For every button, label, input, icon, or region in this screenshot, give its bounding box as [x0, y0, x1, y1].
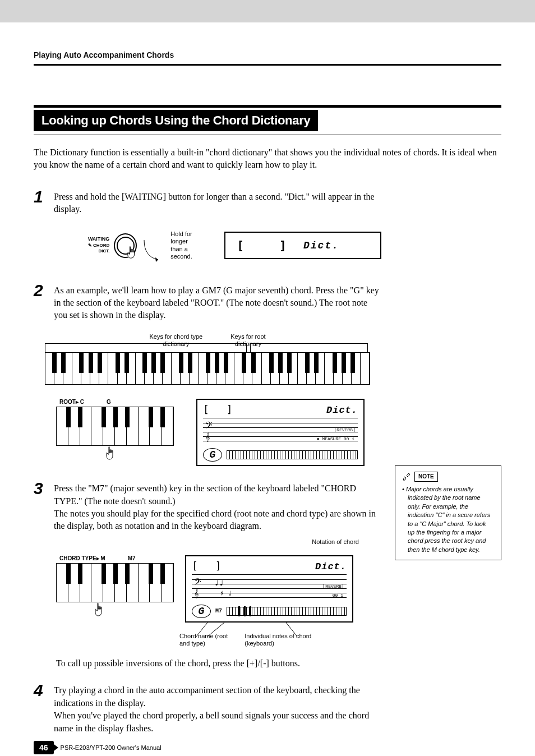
mini-keyboard: [227, 450, 358, 459]
header-rule: [34, 64, 501, 66]
note-text: Major chords are usually indicated by th…: [408, 485, 494, 554]
step-3: 3 Press the "M7" (major seventh) key in …: [34, 480, 381, 533]
step-number: 4: [34, 682, 46, 699]
section-header: Playing Auto Accompaniment Chords: [34, 50, 501, 59]
step-number: 1: [34, 188, 46, 205]
arrow-curve-icon: [141, 237, 162, 265]
chord-type-keyboard: CHORD TYPE▸ M M7: [56, 555, 174, 621]
lcd-title: Dict.: [326, 405, 358, 416]
note-icon: ♯ ♩: [220, 589, 232, 598]
mini-keyboard: [227, 607, 347, 616]
full-keyboard-diagram: [45, 352, 370, 385]
measure-label: ● MEASURE 00 1: [317, 436, 354, 441]
page-footer: 46 PSR-E203/YPT-200 Owner's Manual: [34, 741, 162, 754]
step-2-full-keyboard: Keys for chord type dictionary Keys for …: [34, 333, 381, 385]
step-1: 1 Press and hold the [WAITING] button fo…: [34, 188, 381, 216]
callout-lines: [185, 623, 353, 639]
display-dict: [ ] Dict.: [224, 232, 381, 259]
treble-clef-icon: 𝄞: [194, 589, 199, 598]
lcd-staff: 𝄢 𝄞 ♩♩ ♯ ♩ REVERB 00 1: [192, 574, 347, 602]
intro-paragraph: The Dictionary function is essentially a…: [34, 146, 501, 172]
lcd-title: Dict.: [315, 561, 347, 572]
note-label: NOTE: [414, 472, 438, 482]
waiting-label: WAITING: [79, 236, 109, 243]
lcd-chord-name: G: [210, 449, 216, 460]
step-2-text: As an example, we'll learn how to play a…: [54, 282, 381, 322]
bass-clef-icon: 𝄢: [194, 577, 201, 590]
note-icon: ♩♩: [214, 578, 224, 588]
root-label: ROOT▸ C: [59, 399, 84, 405]
step-3-text: Press the "M7" (major seventh) key in th…: [54, 480, 381, 533]
page-container: Playing Auto Accompaniment Chords Lookin…: [0, 22, 535, 756]
piano-keys: [45, 352, 370, 385]
step-number: 3: [34, 480, 46, 497]
bracket-left: [45, 343, 247, 352]
main-heading-wrap: Looking up Chords Using the Chord Dictio…: [34, 105, 501, 135]
lcd-brackets-icon: [ ]: [192, 560, 227, 571]
note-box: NOTE Major chords are usually indicated …: [395, 465, 501, 560]
inversion-instruction: To call up possible inversions of the ch…: [56, 657, 381, 670]
lcd-display-step3: [ ] Dict. 𝄢 𝄞 ♩♩ ♯ ♩ REVERB 00 1 G: [185, 555, 353, 623]
chord-type-key: M7: [128, 555, 136, 561]
reverb-label: REVERB: [335, 427, 354, 432]
round-button-icon: [114, 233, 136, 258]
finger-press-icon: [101, 446, 123, 463]
lcd-chord-root: G: [199, 606, 205, 617]
chord-type-piano-keys: [56, 563, 174, 602]
step-2-detail: ROOT▸ C G [ ] Dict. 𝄢 𝄞 REVERB ● MEASURE: [56, 399, 381, 466]
chord-type-label: CHORD TYPE▸ M: [59, 555, 105, 561]
lcd-chord-suffix: M7: [215, 608, 222, 614]
root-piano-keys: [56, 407, 174, 446]
finger-press-icon: [124, 246, 140, 261]
step-2: 2 As an example, we'll learn how to play…: [34, 282, 381, 322]
lcd-brackets-icon: [ ]: [203, 403, 238, 415]
hand-write-icon: [402, 472, 411, 481]
root-keyboard-diagram: ROOT▸ C G: [56, 399, 174, 465]
bass-clef-icon: 𝄢: [205, 421, 213, 434]
lcd-staff: 𝄢 𝄞 REVERB ● MEASURE 00 1: [203, 418, 358, 446]
main-heading: Looking up Chords Using the Chord Dictio…: [34, 110, 318, 131]
lcd-display-step2: [ ] Dict. 𝄢 𝄞 REVERB ● MEASURE 00 1 G: [196, 399, 365, 466]
step-1-figure: WAITING ✎ CHORD DICT. Hold for longer th…: [79, 226, 381, 265]
svg-line-2: [286, 623, 297, 637]
root-key-g: G: [107, 399, 111, 405]
step-number: 2: [34, 282, 46, 299]
waiting-button-diagram: WAITING ✎ CHORD DICT. Hold for longer th…: [79, 226, 207, 265]
notation-caption: Notation of chord: [34, 538, 359, 545]
waiting-button-labels: WAITING ✎ CHORD DICT.: [79, 236, 109, 254]
reverb-label: REVERB: [324, 584, 343, 589]
svg-line-1: [207, 623, 224, 637]
measure-label: 00 1: [333, 593, 343, 598]
svg-line-0: [196, 623, 207, 637]
step-4-text: Try playing a chord in the auto accompan…: [54, 682, 381, 735]
display-brackets-icon: [ ]: [237, 238, 293, 252]
step-4: 4 Try playing a chord in the auto accomp…: [34, 682, 381, 735]
treble-clef-icon: 𝄞: [205, 433, 210, 442]
footer-manual-name: PSR-E203/YPT-200 Owner's Manual: [61, 744, 162, 751]
step-1-text: Press and hold the [WAITING] button for …: [54, 188, 381, 216]
step-3-detail: CHORD TYPE▸ M M7 [ ] Dict. 𝄢 𝄞: [56, 555, 381, 623]
note-header: NOTE: [402, 472, 494, 482]
bracket-right: [250, 343, 368, 352]
finger-press-icon: [90, 602, 112, 619]
hold-caption: Hold for longer than a second.: [170, 231, 207, 260]
chord-dict-label: ✎ CHORD DICT.: [79, 243, 109, 255]
display-dict-text: Dict.: [303, 240, 339, 251]
page-number: 46: [34, 741, 54, 754]
